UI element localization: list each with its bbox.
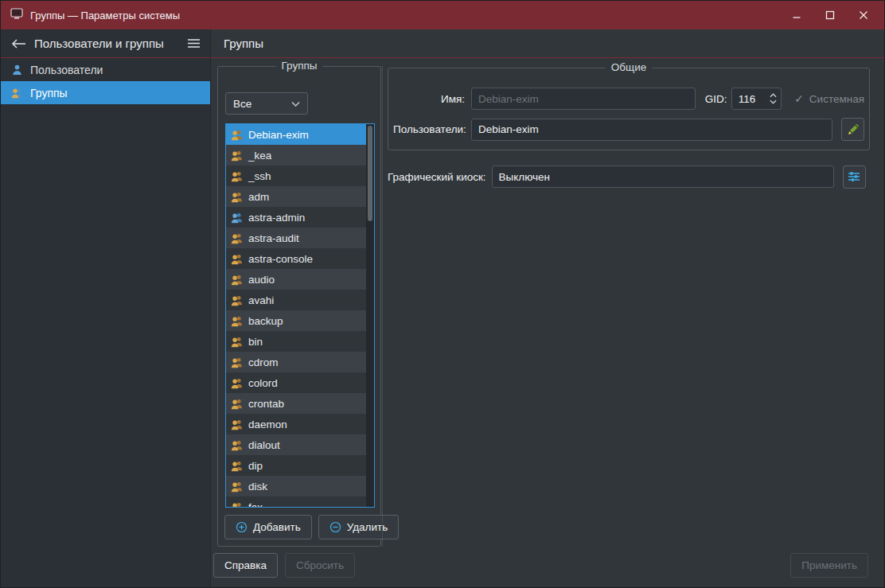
group-name: fax [248, 501, 263, 508]
list-item[interactable]: astra-console [226, 248, 366, 269]
group-name: backup [248, 315, 283, 327]
panel-splitter[interactable] [382, 66, 383, 547]
group-icon [231, 294, 243, 306]
list-item[interactable]: backup [226, 310, 366, 331]
sidebar-item-label: Пользователи [30, 64, 103, 76]
group-name: cdrom [248, 356, 279, 368]
name-input[interactable] [471, 88, 696, 110]
users-label: Пользователи: [393, 123, 465, 135]
list-item[interactable]: dialout [226, 434, 366, 455]
group-icon [231, 336, 243, 348]
group-filter-dropdown[interactable]: Все [225, 92, 308, 115]
list-item[interactable]: audio [226, 269, 366, 290]
group-icon [231, 398, 243, 410]
group-filter-value: Все [233, 98, 251, 110]
group-icon [231, 315, 243, 327]
list-item[interactable]: avahi [226, 290, 366, 310]
hamburger-menu-icon[interactable] [186, 37, 201, 50]
list-item[interactable]: Debian-exim [226, 124, 366, 145]
list-item[interactable]: adm [226, 186, 366, 207]
groups-panel-title: Группы [276, 60, 323, 72]
system-label: Системная [809, 93, 864, 105]
gid-spinbox[interactable]: 116 [731, 88, 782, 110]
window-controls [790, 9, 875, 21]
group-list: Debian-exim _kea _ssh adm astra-admin as… [225, 123, 375, 508]
pencil-icon [847, 123, 860, 136]
list-item[interactable]: astra-admin [226, 207, 366, 228]
maximize-button[interactable] [824, 9, 836, 21]
system-settings-window: Группы — Параметры системы Пользователи … [0, 0, 885, 588]
titlebar[interactable]: Группы — Параметры системы [1, 1, 884, 29]
help-button-label: Справка [224, 559, 267, 571]
remove-group-button[interactable]: Удалить [318, 515, 400, 539]
edit-users-button[interactable] [841, 118, 864, 141]
name-label: Имя: [393, 93, 465, 105]
close-button[interactable] [857, 9, 870, 21]
users-input[interactable] [471, 119, 832, 141]
list-item[interactable]: cdrom [226, 352, 366, 372]
general-panel-title: Общие [606, 61, 652, 73]
kiosk-row: Графический киоск: [388, 165, 866, 189]
group-name: daemon [248, 419, 287, 430]
group-icon [231, 191, 243, 203]
check-icon: ✓ [794, 92, 804, 105]
sidebar-title: Пользователи и группы [34, 37, 178, 50]
group-name: avahi [248, 294, 274, 306]
group-icon [231, 460, 243, 472]
kiosk-input[interactable] [492, 165, 834, 188]
users-row: Пользователи: [393, 118, 864, 141]
kiosk-settings-button[interactable] [843, 165, 866, 189]
group-name: _kea [248, 150, 271, 162]
group-icon [231, 232, 243, 244]
list-item[interactable]: disk [226, 476, 366, 496]
list-item[interactable]: colord [226, 372, 366, 393]
window-title: Группы — Параметры системы [30, 10, 180, 21]
list-item[interactable]: astra-audit [226, 228, 366, 248]
group-icon [231, 377, 243, 389]
scrollbar-thumb[interactable] [368, 126, 372, 221]
group-name: astra-console [248, 253, 313, 265]
list-item[interactable]: crontab [226, 393, 366, 414]
group-name: colord [248, 377, 278, 389]
chevron-down-icon [291, 101, 300, 107]
apply-button[interactable]: Применить [790, 553, 868, 578]
scrollbar[interactable] [366, 124, 374, 507]
group-name: dialout [248, 439, 280, 451]
add-group-button[interactable]: Добавить [224, 515, 312, 539]
back-button[interactable] [10, 37, 26, 50]
spinner-arrows[interactable] [770, 93, 781, 104]
add-group-label: Добавить [253, 521, 301, 533]
sidebar-item-groups[interactable]: Группы [1, 81, 210, 104]
list-item[interactable]: _kea [226, 145, 366, 165]
group-name: adm [248, 191, 269, 203]
general-panel: Общие Имя: GID: 116 ✓ Системная Пользова… [388, 68, 870, 150]
sidebar-item-list: Пользователи Группы [1, 58, 210, 104]
group-icon [231, 419, 243, 430]
sliders-icon [848, 170, 860, 183]
group-name: Debian-exim [248, 129, 309, 141]
page-header: Группы [211, 29, 884, 58]
group-name: bin [248, 336, 263, 348]
minimize-button[interactable] [790, 9, 803, 21]
sidebar-item-icon [10, 87, 23, 99]
sidebar-item-users[interactable]: Пользователи [1, 58, 210, 81]
reset-button[interactable]: Сбросить [285, 553, 355, 578]
spin-down-icon [770, 99, 777, 104]
system-checkbox: ✓ Системная [794, 92, 864, 105]
help-button[interactable]: Справка [213, 553, 278, 578]
sidebar-header: Пользователи и группы [1, 29, 210, 58]
group-icon [231, 253, 243, 265]
list-item[interactable]: dip [226, 455, 366, 476]
group-name: astra-admin [248, 212, 305, 224]
list-item[interactable]: bin [226, 331, 366, 352]
group-icon [231, 481, 243, 493]
group-icon [231, 129, 243, 141]
group-icon [231, 212, 243, 224]
gid-label: GID: [705, 93, 727, 105]
kiosk-label: Графический киоск: [388, 171, 486, 183]
plus-circle-icon [236, 521, 248, 533]
list-item[interactable]: _ssh [226, 165, 366, 186]
group-name: audio [248, 274, 275, 286]
list-item[interactable]: fax [226, 496, 366, 507]
list-item[interactable]: daemon [226, 414, 366, 434]
